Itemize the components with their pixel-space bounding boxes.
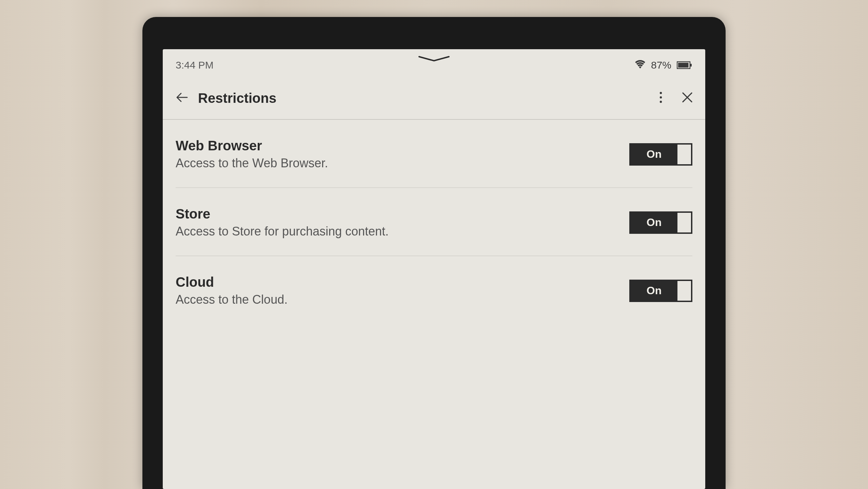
status-time: 3:44 PM: [176, 59, 214, 71]
setting-description: Access to Store for purchasing content.: [176, 224, 629, 239]
setting-row-cloud: Cloud Access to the Cloud. On: [176, 256, 692, 324]
svg-point-6: [660, 101, 662, 103]
close-button[interactable]: [679, 90, 695, 106]
setting-text: Cloud Access to the Cloud.: [176, 275, 629, 307]
close-icon: [681, 91, 693, 105]
battery-percentage: 87%: [651, 59, 671, 71]
toggle-knob: [677, 213, 691, 232]
setting-row-store: Store Access to Store for purchasing con…: [176, 188, 692, 256]
toggle-label: On: [629, 216, 679, 229]
settings-list: Web Browser Access to the Web Browser. O…: [163, 120, 705, 324]
setting-text: Store Access to Store for purchasing con…: [176, 206, 629, 239]
svg-point-5: [660, 96, 662, 98]
vertical-dots-icon: [655, 91, 667, 105]
pull-down-indicator-icon[interactable]: [417, 55, 451, 62]
toggle-label: On: [629, 148, 679, 161]
status-bar: 3:44 PM 87%: [163, 49, 705, 79]
svg-point-4: [660, 92, 662, 94]
setting-title: Store: [176, 206, 629, 222]
setting-title: Cloud: [176, 275, 629, 290]
toggle-store[interactable]: On: [629, 211, 692, 234]
arrow-left-icon: [176, 91, 189, 106]
toggle-web-browser[interactable]: On: [629, 143, 692, 166]
app-bar-actions: [653, 90, 695, 106]
setting-text: Web Browser Access to the Web Browser.: [176, 138, 629, 170]
screen: 3:44 PM 87%: [163, 49, 705, 489]
toggle-cloud[interactable]: On: [629, 280, 692, 302]
svg-rect-1: [678, 63, 689, 68]
toggle-knob: [677, 145, 691, 164]
app-bar: Restrictions: [163, 79, 705, 120]
setting-description: Access to the Cloud.: [176, 293, 629, 307]
setting-description: Access to the Web Browser.: [176, 156, 629, 170]
toggle-knob: [677, 281, 691, 301]
page-title: Restrictions: [198, 91, 653, 106]
toggle-label: On: [629, 284, 679, 297]
status-right: 87%: [635, 59, 692, 71]
svg-rect-2: [690, 64, 692, 67]
setting-title: Web Browser: [176, 138, 629, 153]
wifi-icon: [635, 59, 646, 71]
setting-row-web-browser: Web Browser Access to the Web Browser. O…: [176, 120, 692, 188]
battery-icon: [677, 61, 692, 70]
more-options-button[interactable]: [653, 90, 669, 106]
back-button[interactable]: [173, 89, 192, 108]
device-frame: 3:44 PM 87%: [142, 17, 726, 489]
